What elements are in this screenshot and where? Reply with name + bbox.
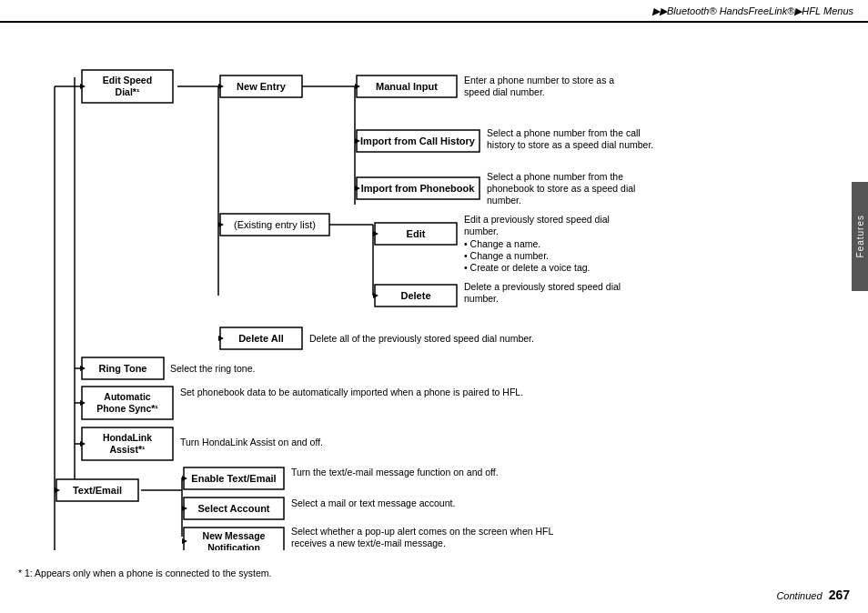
- svg-text:Ring Tone: Ring Tone: [99, 363, 147, 374]
- svg-text:Select Account: Select Account: [197, 503, 269, 514]
- footnote: * 1: Appears only when a phone is connec…: [18, 568, 271, 578]
- svg-text:number.: number.: [464, 293, 499, 304]
- svg-text:Automatic: Automatic: [104, 391, 150, 402]
- svg-text:Select a phone number from the: Select a phone number from the call: [487, 127, 641, 138]
- page-number: 267: [829, 588, 850, 602]
- svg-text:Delete a previously stored spe: Delete a previously stored speed dial: [464, 281, 621, 292]
- svg-text:Turn HondaLink Assist on and o: Turn HondaLink Assist on and off.: [180, 437, 323, 447]
- svg-text:Turn the text/e-mail message f: Turn the text/e-mail message function on…: [291, 467, 499, 477]
- svg-text:Import from Call History: Import from Call History: [360, 136, 476, 146]
- svg-text:history to store as a speed di: history to store as a speed dial number.: [487, 139, 653, 150]
- svg-text:Select a mail or text message : Select a mail or text message account.: [291, 497, 455, 508]
- svg-text:Enable Text/Email: Enable Text/Email: [191, 473, 276, 484]
- svg-text:Dial*¹: Dial*¹: [116, 86, 140, 97]
- svg-text:Edit a previously stored speed: Edit a previously stored speed dial: [464, 214, 610, 225]
- svg-text:Enter a phone number to store : Enter a phone number to store as a: [464, 75, 614, 85]
- svg-text:number.: number.: [464, 226, 499, 236]
- svg-text:phonebook to store as a speed : phonebook to store as a speed dial: [487, 183, 635, 194]
- page-footer: Continued 267: [776, 588, 850, 602]
- svg-text:Delete All: Delete All: [238, 333, 284, 344]
- svg-text:Select a phone number from the: Select a phone number from the: [487, 171, 623, 182]
- svg-text:Manual Input: Manual Input: [376, 81, 438, 92]
- header-text: ▶▶Bluetooth® HandsFreeLink®▶HFL Menus: [652, 5, 853, 17]
- svg-text:Notification: Notification: [207, 542, 260, 550]
- svg-text:• Create or delete a voice tag: • Create or delete a voice tag.: [464, 262, 590, 273]
- svg-text:Assist*¹: Assist*¹: [109, 444, 146, 455]
- svg-text:number.: number.: [487, 195, 521, 206]
- svg-text:Set phonebook data to be autom: Set phonebook data to be automatically i…: [180, 387, 523, 397]
- svg-text:New Message: New Message: [203, 530, 266, 541]
- svg-text:Delete: Delete: [400, 290, 430, 301]
- svg-text:Delete all of the previously s: Delete all of the previously stored spee…: [309, 333, 534, 344]
- svg-text:(Existing entry list): (Existing entry list): [234, 219, 316, 230]
- svg-text:Edit: Edit: [407, 228, 426, 239]
- svg-text:New Entry: New Entry: [237, 81, 287, 92]
- svg-text:Select whether a pop-up alert : Select whether a pop-up alert comes on t…: [291, 526, 553, 537]
- svg-text:• Change a number.: • Change a number.: [464, 250, 549, 261]
- svg-text:Phone Sync*¹: Phone Sync*¹: [96, 403, 158, 414]
- svg-text:HondaLink: HondaLink: [103, 432, 152, 443]
- svg-text:• Change a name.: • Change a name.: [464, 238, 540, 249]
- diagram-svg: Edit Speed Dial*¹ New Entry Manual Input…: [18, 32, 837, 550]
- svg-text:Select the ring tone.: Select the ring tone.: [170, 363, 255, 374]
- svg-text:Import from Phonebook: Import from Phonebook: [361, 183, 476, 194]
- continued-label: Continued: [776, 590, 822, 601]
- page-header: ▶▶Bluetooth® HandsFreeLink®▶HFL Menus: [0, 0, 868, 23]
- main-content: Edit Speed Dial*¹ New Entry Manual Input…: [0, 23, 868, 561]
- svg-text:Edit Speed: Edit Speed: [103, 75, 152, 85]
- svg-text:Text/Email: Text/Email: [73, 485, 122, 496]
- svg-text:receives a new text/e-mail mes: receives a new text/e-mail message.: [291, 538, 446, 548]
- svg-text:speed dial number.: speed dial number.: [464, 86, 545, 97]
